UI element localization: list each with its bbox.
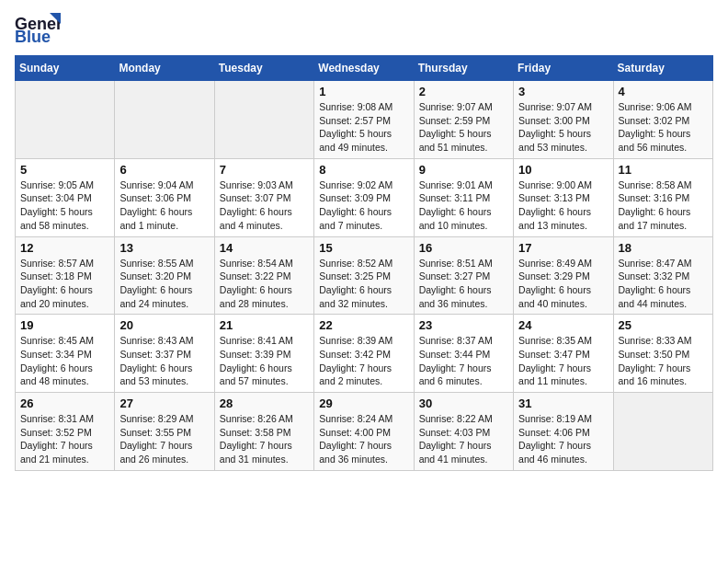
day-info: Sunrise: 8:43 AMSunset: 3:37 PMDaylight:… — [119, 334, 209, 388]
day-number: 26 — [20, 396, 109, 410]
day-info: Sunrise: 8:19 AMSunset: 4:06 PMDaylight:… — [518, 412, 608, 466]
day-number: 23 — [419, 318, 508, 332]
calendar-cell — [613, 393, 712, 471]
day-number: 9 — [419, 163, 508, 177]
day-info: Sunrise: 9:04 AMSunset: 3:06 PMDaylight:… — [119, 178, 209, 233]
calendar-cell: 17Sunrise: 8:49 AMSunset: 3:29 PMDayligh… — [514, 236, 613, 315]
day-info: Sunrise: 8:22 AMSunset: 4:03 PMDaylight:… — [419, 412, 508, 466]
day-number: 4 — [619, 85, 708, 98]
calendar-body: 1Sunrise: 9:08 AMSunset: 2:57 PMDaylight… — [16, 81, 713, 471]
svg-text:Blue: Blue — [15, 28, 51, 46]
day-info: Sunrise: 8:58 AMSunset: 3:16 PMDaylight:… — [619, 178, 708, 233]
header: General Blue — [15, 9, 713, 50]
day-info: Sunrise: 8:33 AMSunset: 3:50 PMDaylight:… — [619, 334, 708, 388]
calendar-cell: 11Sunrise: 8:58 AMSunset: 3:16 PMDayligh… — [613, 158, 712, 236]
day-number: 31 — [518, 396, 608, 410]
calendar-table: SundayMondayTuesdayWednesdayThursdayFrid… — [15, 55, 713, 471]
calendar-cell: 1Sunrise: 9:08 AMSunset: 2:57 PMDaylight… — [314, 81, 414, 159]
day-number: 25 — [619, 318, 708, 332]
week-row-3: 12Sunrise: 8:57 AMSunset: 3:18 PMDayligh… — [16, 236, 713, 315]
week-row-2: 5Sunrise: 9:05 AMSunset: 3:04 PMDaylight… — [16, 158, 713, 236]
day-info: Sunrise: 9:07 AMSunset: 3:00 PMDaylight:… — [518, 100, 608, 155]
day-header-monday: Monday — [115, 56, 214, 81]
day-number: 3 — [518, 85, 608, 98]
calendar-cell: 4Sunrise: 9:06 AMSunset: 3:02 PMDaylight… — [613, 81, 712, 159]
calendar-cell: 20Sunrise: 8:43 AMSunset: 3:37 PMDayligh… — [115, 315, 214, 393]
day-number: 13 — [119, 241, 209, 255]
day-number: 28 — [220, 396, 309, 410]
day-number: 11 — [619, 163, 708, 177]
calendar-cell: 28Sunrise: 8:26 AMSunset: 3:58 PMDayligh… — [214, 393, 313, 471]
calendar-cell: 27Sunrise: 8:29 AMSunset: 3:55 PMDayligh… — [115, 393, 214, 471]
day-info: Sunrise: 9:08 AMSunset: 2:57 PMDaylight:… — [319, 100, 408, 155]
day-info: Sunrise: 8:57 AMSunset: 3:18 PMDaylight:… — [20, 257, 109, 311]
day-number: 14 — [220, 241, 309, 255]
day-info: Sunrise: 9:00 AMSunset: 3:13 PMDaylight:… — [518, 178, 608, 233]
calendar-cell: 25Sunrise: 8:33 AMSunset: 3:50 PMDayligh… — [613, 315, 712, 393]
calendar-cell: 8Sunrise: 9:02 AMSunset: 3:09 PMDaylight… — [314, 158, 414, 236]
day-info: Sunrise: 8:45 AMSunset: 3:34 PMDaylight:… — [20, 334, 109, 388]
calendar-cell: 22Sunrise: 8:39 AMSunset: 3:42 PMDayligh… — [314, 315, 414, 393]
day-header-sunday: Sunday — [16, 56, 115, 81]
day-info: Sunrise: 8:54 AMSunset: 3:22 PMDaylight:… — [220, 257, 309, 311]
day-info: Sunrise: 9:03 AMSunset: 3:07 PMDaylight:… — [220, 178, 309, 233]
day-number: 2 — [419, 85, 508, 98]
day-info: Sunrise: 9:02 AMSunset: 3:09 PMDaylight:… — [319, 178, 408, 233]
calendar-cell: 5Sunrise: 9:05 AMSunset: 3:04 PMDaylight… — [16, 158, 115, 236]
day-number: 10 — [518, 163, 608, 177]
calendar-cell — [115, 81, 214, 159]
logo-icon: General Blue — [15, 9, 61, 50]
day-info: Sunrise: 8:51 AMSunset: 3:27 PMDaylight:… — [419, 257, 508, 311]
day-info: Sunrise: 8:41 AMSunset: 3:39 PMDaylight:… — [220, 334, 309, 388]
day-number: 22 — [319, 318, 408, 332]
day-header-tuesday: Tuesday — [214, 56, 313, 81]
day-number: 21 — [220, 318, 309, 332]
logo: General Blue — [15, 9, 61, 50]
calendar-cell: 6Sunrise: 9:04 AMSunset: 3:06 PMDaylight… — [115, 158, 214, 236]
day-info: Sunrise: 8:31 AMSunset: 3:52 PMDaylight:… — [20, 412, 109, 466]
calendar-cell: 9Sunrise: 9:01 AMSunset: 3:11 PMDaylight… — [414, 158, 513, 236]
calendar-cell: 14Sunrise: 8:54 AMSunset: 3:22 PMDayligh… — [214, 236, 313, 315]
day-number: 30 — [419, 396, 508, 410]
day-info: Sunrise: 8:39 AMSunset: 3:42 PMDaylight:… — [319, 334, 408, 388]
day-number: 29 — [319, 396, 408, 410]
calendar-cell: 21Sunrise: 8:41 AMSunset: 3:39 PMDayligh… — [214, 315, 313, 393]
calendar-cell — [16, 81, 115, 159]
calendar-cell: 31Sunrise: 8:19 AMSunset: 4:06 PMDayligh… — [514, 393, 613, 471]
day-info: Sunrise: 8:55 AMSunset: 3:20 PMDaylight:… — [119, 257, 209, 311]
day-number: 24 — [518, 318, 608, 332]
calendar-cell: 16Sunrise: 8:51 AMSunset: 3:27 PMDayligh… — [414, 236, 513, 315]
week-row-1: 1Sunrise: 9:08 AMSunset: 2:57 PMDaylight… — [16, 81, 713, 159]
calendar-cell: 3Sunrise: 9:07 AMSunset: 3:00 PMDaylight… — [514, 81, 613, 159]
day-number: 1 — [319, 85, 408, 98]
calendar-cell: 13Sunrise: 8:55 AMSunset: 3:20 PMDayligh… — [115, 236, 214, 315]
day-number: 8 — [319, 163, 408, 177]
day-number: 17 — [518, 241, 608, 255]
day-info: Sunrise: 9:05 AMSunset: 3:04 PMDaylight:… — [20, 178, 109, 233]
page-container: General Blue SundayMondayTuesdayWednesda… — [0, 0, 728, 480]
day-number: 20 — [119, 318, 209, 332]
calendar-cell: 18Sunrise: 8:47 AMSunset: 3:32 PMDayligh… — [613, 236, 712, 315]
day-number: 16 — [419, 241, 508, 255]
calendar-cell — [214, 81, 313, 159]
day-number: 7 — [220, 163, 309, 177]
calendar-cell: 23Sunrise: 8:37 AMSunset: 3:44 PMDayligh… — [414, 315, 513, 393]
day-info: Sunrise: 8:52 AMSunset: 3:25 PMDaylight:… — [319, 257, 408, 311]
calendar-cell: 29Sunrise: 8:24 AMSunset: 4:00 PMDayligh… — [314, 393, 414, 471]
day-info: Sunrise: 8:49 AMSunset: 3:29 PMDaylight:… — [518, 257, 608, 311]
day-header-wednesday: Wednesday — [314, 56, 414, 81]
day-number: 15 — [319, 241, 408, 255]
day-number: 27 — [119, 396, 209, 410]
day-header-friday: Friday — [514, 56, 613, 81]
calendar-cell: 7Sunrise: 9:03 AMSunset: 3:07 PMDaylight… — [214, 158, 313, 236]
day-info: Sunrise: 8:24 AMSunset: 4:00 PMDaylight:… — [319, 412, 408, 466]
day-info: Sunrise: 8:37 AMSunset: 3:44 PMDaylight:… — [419, 334, 508, 388]
calendar-cell: 30Sunrise: 8:22 AMSunset: 4:03 PMDayligh… — [414, 393, 513, 471]
day-info: Sunrise: 9:07 AMSunset: 2:59 PMDaylight:… — [419, 100, 508, 155]
week-row-4: 19Sunrise: 8:45 AMSunset: 3:34 PMDayligh… — [16, 315, 713, 393]
calendar-cell: 15Sunrise: 8:52 AMSunset: 3:25 PMDayligh… — [314, 236, 414, 315]
calendar-cell: 19Sunrise: 8:45 AMSunset: 3:34 PMDayligh… — [16, 315, 115, 393]
day-info: Sunrise: 8:35 AMSunset: 3:47 PMDaylight:… — [518, 334, 608, 388]
day-info: Sunrise: 8:29 AMSunset: 3:55 PMDaylight:… — [119, 412, 209, 466]
day-header-thursday: Thursday — [414, 56, 513, 81]
